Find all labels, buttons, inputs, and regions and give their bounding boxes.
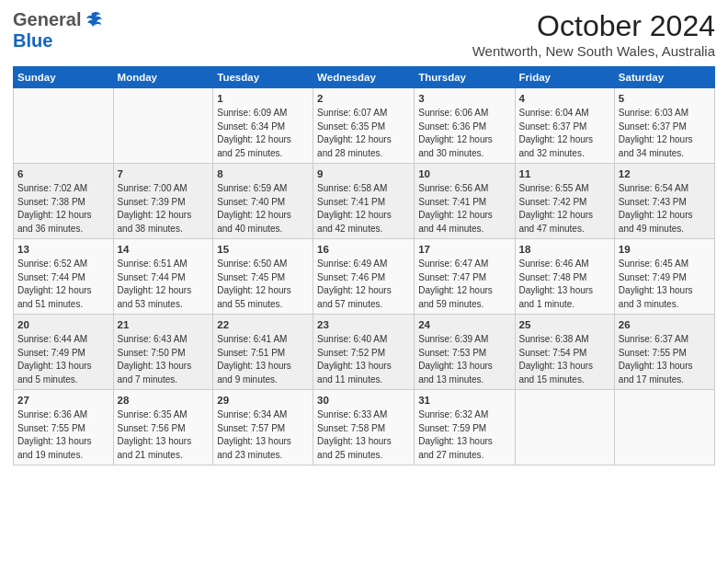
day-info: Sunrise: 6:55 AM Sunset: 7:42 PM Dayligh… (519, 182, 610, 236)
table-row: 1Sunrise: 6:09 AM Sunset: 6:34 PM Daylig… (213, 88, 313, 164)
logo-general-text: General (13, 9, 81, 30)
table-row: 4Sunrise: 6:04 AM Sunset: 6:37 PM Daylig… (515, 88, 614, 164)
calendar-title: October 2024 (472, 9, 715, 43)
day-info: Sunrise: 6:51 AM Sunset: 7:44 PM Dayligh… (118, 258, 210, 311)
table-row: 14Sunrise: 6:51 AM Sunset: 7:44 PM Dayli… (113, 239, 213, 315)
day-info: Sunrise: 6:59 AM Sunset: 7:40 PM Dayligh… (217, 182, 309, 236)
col-saturday: Saturday (614, 67, 714, 88)
table-row: 9Sunrise: 6:58 AM Sunset: 7:41 PM Daylig… (313, 164, 415, 239)
day-number: 9 (317, 167, 410, 181)
day-number: 29 (217, 393, 309, 408)
day-number: 30 (317, 393, 410, 408)
day-info: Sunrise: 6:49 AM Sunset: 7:46 PM Dayligh… (317, 258, 410, 311)
day-info: Sunrise: 6:58 AM Sunset: 7:41 PM Dayligh… (317, 182, 410, 236)
day-info: Sunrise: 6:35 AM Sunset: 7:56 PM Dayligh… (118, 408, 210, 462)
table-row: 23Sunrise: 6:40 AM Sunset: 7:52 PM Dayli… (313, 315, 415, 390)
table-row: 19Sunrise: 6:45 AM Sunset: 7:49 PM Dayli… (614, 239, 714, 315)
day-number: 24 (418, 317, 510, 332)
day-info: Sunrise: 6:36 AM Sunset: 7:55 PM Dayligh… (17, 408, 109, 462)
table-row: 24Sunrise: 6:39 AM Sunset: 7:53 PM Dayli… (415, 315, 515, 390)
day-info: Sunrise: 6:44 AM Sunset: 7:49 PM Dayligh… (17, 333, 109, 386)
day-info: Sunrise: 6:47 AM Sunset: 7:47 PM Dayligh… (418, 258, 510, 311)
day-number: 15 (217, 242, 309, 257)
day-info: Sunrise: 6:45 AM Sunset: 7:49 PM Dayligh… (619, 258, 711, 311)
day-number: 11 (519, 167, 610, 181)
table-row (515, 390, 614, 465)
day-number: 14 (118, 242, 210, 257)
day-info: Sunrise: 6:46 AM Sunset: 7:48 PM Dayligh… (519, 258, 610, 311)
day-number: 2 (317, 91, 410, 106)
logo-bird-icon (83, 10, 103, 30)
col-thursday: Thursday (415, 67, 515, 88)
day-number: 27 (17, 393, 109, 408)
calendar-header: Sunday Monday Tuesday Wednesday Thursday… (14, 67, 715, 88)
table-row: 17Sunrise: 6:47 AM Sunset: 7:47 PM Dayli… (415, 239, 515, 315)
table-row: 12Sunrise: 6:54 AM Sunset: 7:43 PM Dayli… (614, 164, 714, 239)
page: General Blue October 2024 Wentworth, New… (0, 0, 728, 563)
table-row: 31Sunrise: 6:32 AM Sunset: 7:59 PM Dayli… (415, 390, 515, 465)
day-number: 18 (519, 242, 610, 257)
table-row: 20Sunrise: 6:44 AM Sunset: 7:49 PM Dayli… (14, 315, 114, 390)
title-area: October 2024 Wentworth, New South Wales,… (472, 9, 715, 59)
col-tuesday: Tuesday (213, 67, 313, 88)
day-info: Sunrise: 6:39 AM Sunset: 7:53 PM Dayligh… (418, 333, 510, 386)
day-info: Sunrise: 6:41 AM Sunset: 7:51 PM Dayligh… (217, 333, 309, 386)
day-info: Sunrise: 6:38 AM Sunset: 7:54 PM Dayligh… (519, 333, 610, 386)
day-info: Sunrise: 6:33 AM Sunset: 7:58 PM Dayligh… (317, 408, 410, 462)
day-number: 3 (418, 91, 510, 106)
col-wednesday: Wednesday (313, 67, 415, 88)
table-row: 3Sunrise: 6:06 AM Sunset: 6:36 PM Daylig… (415, 88, 515, 164)
day-info: Sunrise: 6:54 AM Sunset: 7:43 PM Dayligh… (619, 182, 711, 236)
day-info: Sunrise: 6:50 AM Sunset: 7:45 PM Dayligh… (217, 258, 309, 311)
table-row (113, 88, 213, 164)
logo: General Blue (13, 9, 103, 52)
table-row: 29Sunrise: 6:34 AM Sunset: 7:57 PM Dayli… (213, 390, 313, 465)
day-info: Sunrise: 6:52 AM Sunset: 7:44 PM Dayligh… (17, 258, 109, 311)
day-info: Sunrise: 6:09 AM Sunset: 6:34 PM Dayligh… (217, 107, 309, 160)
table-row: 11Sunrise: 6:55 AM Sunset: 7:42 PM Dayli… (515, 164, 614, 239)
day-info: Sunrise: 6:07 AM Sunset: 6:35 PM Dayligh… (317, 107, 410, 160)
header: General Blue October 2024 Wentworth, New… (13, 9, 715, 59)
day-number: 5 (619, 91, 711, 106)
day-number: 8 (217, 167, 309, 181)
table-row (14, 88, 114, 164)
table-row: 5Sunrise: 6:03 AM Sunset: 6:37 PM Daylig… (614, 88, 714, 164)
calendar-table: Sunday Monday Tuesday Wednesday Thursday… (13, 66, 715, 465)
day-number: 13 (17, 242, 109, 257)
day-info: Sunrise: 6:37 AM Sunset: 7:55 PM Dayligh… (619, 333, 711, 386)
table-row: 10Sunrise: 6:56 AM Sunset: 7:41 PM Dayli… (415, 164, 515, 239)
day-number: 12 (619, 167, 711, 181)
day-number: 19 (619, 242, 711, 257)
day-number: 6 (17, 167, 109, 181)
day-info: Sunrise: 7:00 AM Sunset: 7:39 PM Dayligh… (118, 182, 210, 236)
day-number: 31 (418, 393, 510, 408)
table-row: 25Sunrise: 6:38 AM Sunset: 7:54 PM Dayli… (515, 315, 614, 390)
table-row: 7Sunrise: 7:00 AM Sunset: 7:39 PM Daylig… (113, 164, 213, 239)
day-number: 23 (317, 317, 410, 332)
day-number: 28 (118, 393, 210, 408)
table-row: 21Sunrise: 6:43 AM Sunset: 7:50 PM Dayli… (113, 315, 213, 390)
col-friday: Friday (515, 67, 614, 88)
table-row: 16Sunrise: 6:49 AM Sunset: 7:46 PM Dayli… (313, 239, 415, 315)
table-row: 13Sunrise: 6:52 AM Sunset: 7:44 PM Dayli… (14, 239, 114, 315)
table-row: 30Sunrise: 6:33 AM Sunset: 7:58 PM Dayli… (313, 390, 415, 465)
table-row: 15Sunrise: 6:50 AM Sunset: 7:45 PM Dayli… (213, 239, 313, 315)
table-row: 22Sunrise: 6:41 AM Sunset: 7:51 PM Dayli… (213, 315, 313, 390)
day-info: Sunrise: 6:06 AM Sunset: 6:36 PM Dayligh… (418, 107, 510, 160)
day-info: Sunrise: 6:56 AM Sunset: 7:41 PM Dayligh… (418, 182, 510, 236)
day-info: Sunrise: 6:40 AM Sunset: 7:52 PM Dayligh… (317, 333, 410, 386)
day-info: Sunrise: 7:02 AM Sunset: 7:38 PM Dayligh… (17, 182, 109, 236)
table-row: 8Sunrise: 6:59 AM Sunset: 7:40 PM Daylig… (213, 164, 313, 239)
col-sunday: Sunday (14, 67, 114, 88)
table-row: 2Sunrise: 6:07 AM Sunset: 6:35 PM Daylig… (313, 88, 415, 164)
table-row: 28Sunrise: 6:35 AM Sunset: 7:56 PM Dayli… (113, 390, 213, 465)
day-number: 16 (317, 242, 410, 257)
day-number: 7 (118, 167, 210, 181)
table-row: 26Sunrise: 6:37 AM Sunset: 7:55 PM Dayli… (614, 315, 714, 390)
calendar-body: 1Sunrise: 6:09 AM Sunset: 6:34 PM Daylig… (14, 88, 715, 465)
day-number: 10 (418, 167, 510, 181)
table-row: 27Sunrise: 6:36 AM Sunset: 7:55 PM Dayli… (14, 390, 114, 465)
table-row: 6Sunrise: 7:02 AM Sunset: 7:38 PM Daylig… (14, 164, 114, 239)
day-number: 20 (17, 317, 109, 332)
day-info: Sunrise: 6:43 AM Sunset: 7:50 PM Dayligh… (118, 333, 210, 386)
